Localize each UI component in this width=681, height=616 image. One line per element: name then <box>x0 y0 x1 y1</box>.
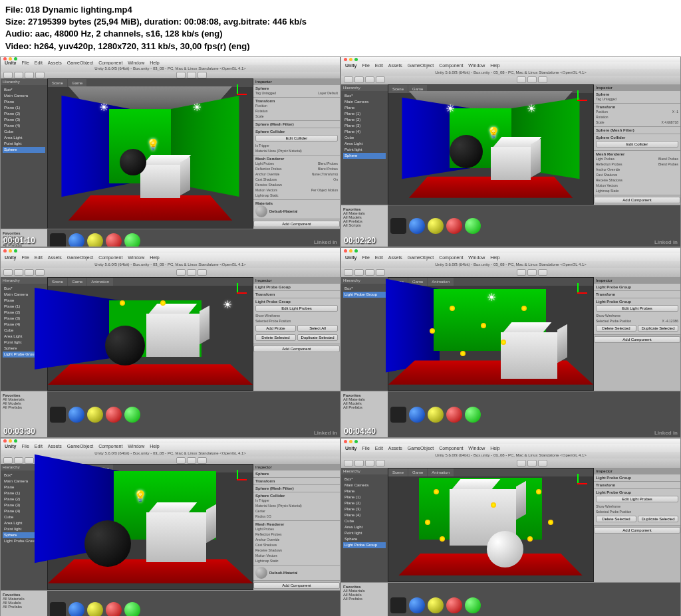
asset-green[interactable]: mat_Yellow <box>124 233 140 247</box>
assets-panel[interactable]: Box mat_Blue mat_Green_1 mat_Red mat_Yel… <box>47 229 340 247</box>
thumb-4: 00:04:40 UnityFileEditAssetsGameObjectCo… <box>340 247 681 438</box>
meta-file: File: 018 Dynamic lighting.mp4 <box>5 4 676 16</box>
scene-sphere[interactable] <box>120 149 146 175</box>
asset-blue[interactable]: mat_Blue <box>68 233 84 247</box>
inspector-panel[interactable]: Inspector SphereTag UntaggedLayer Defaul… <box>253 78 340 229</box>
asset-yellow[interactable]: mat_Green_1 <box>87 233 103 247</box>
timestamp-3: 00:03:30 <box>3 427 35 436</box>
meta-audio: Audio: aac, 48000 Hz, 2 channels, s16, 1… <box>5 28 676 40</box>
hand-tool[interactable] <box>3 72 13 78</box>
move-tool[interactable] <box>14 72 23 78</box>
asset-scene[interactable]: Box <box>50 233 66 247</box>
scene-cube[interactable] <box>140 165 180 198</box>
light-icon[interactable]: ☀ <box>99 101 108 110</box>
view-gizmo[interactable] <box>227 84 247 104</box>
light-icon[interactable]: 💡 <box>146 138 156 148</box>
thumbnail-grid: 00:01:10 Unity FileEditAssetsGameObjectC… <box>0 56 681 616</box>
menu-bar[interactable]: Unity FileEditAssetsGameObjectComponentW… <box>1 60 340 65</box>
hierarchy-sphere-sel[interactable]: Sphere <box>3 147 45 153</box>
thumb-2: 00:02:20 UnityFileEditAssetsGameObjectCo… <box>340 56 681 247</box>
thumb-1: 00:01:10 Unity FileEditAssetsGameObjectC… <box>0 56 340 247</box>
play-button[interactable] <box>176 72 186 78</box>
add-component-button[interactable]: Add Component <box>253 221 340 227</box>
timestamp-4: 00:04:40 <box>344 427 376 436</box>
meta-video: Video: h264, yuv420p, 1280x720, 311 kb/s… <box>5 41 676 52</box>
pause-button[interactable] <box>187 72 196 78</box>
scale-tool[interactable] <box>35 72 45 78</box>
window-title: Unity 5.6.0f3 (64bit) - Box.unity - 03_0… <box>1 65 340 72</box>
watermark: Linked in <box>314 239 337 245</box>
edit-collider-button[interactable]: Edit Collider <box>255 135 338 142</box>
material-preview[interactable] <box>255 205 267 217</box>
hierarchy-root[interactable]: Box* <box>3 87 45 93</box>
scene-viewport[interactable]: SceneGame ☀ ☀ 💡 <box>47 78 253 229</box>
file-metadata: File: 018 Dynamic lighting.mp4 Size: 271… <box>0 0 681 56</box>
hierarchy-panel[interactable]: Box* Main Camera Plane Plane (1) Plane (… <box>1 85 47 229</box>
step-button[interactable] <box>198 72 207 78</box>
thumb-3: 00:03:30 UnityFileEditAssetsGameObjectCo… <box>0 247 340 438</box>
thumb-6: 00:07:00 UnityFileEditAssetsGameObjectCo… <box>340 438 681 616</box>
light-icon[interactable]: ☀ <box>192 101 202 110</box>
meta-size: Size: 27195399 bytes (25,94 MiB), durati… <box>5 16 676 28</box>
timestamp-2: 00:02:20 <box>344 236 376 245</box>
asset-red[interactable]: mat_Red <box>106 233 122 247</box>
edit-light-probes-button[interactable]: Edit Light Probes <box>255 305 338 312</box>
hierarchy-header: Hierarchy <box>1 78 47 85</box>
thumb-5: 00:05:50 UnityFileEditAssetsGameObjectCo… <box>0 438 340 616</box>
rotate-tool[interactable] <box>25 72 34 78</box>
timestamp-1: 00:01:10 <box>3 236 35 245</box>
toolbar[interactable] <box>1 72 340 78</box>
